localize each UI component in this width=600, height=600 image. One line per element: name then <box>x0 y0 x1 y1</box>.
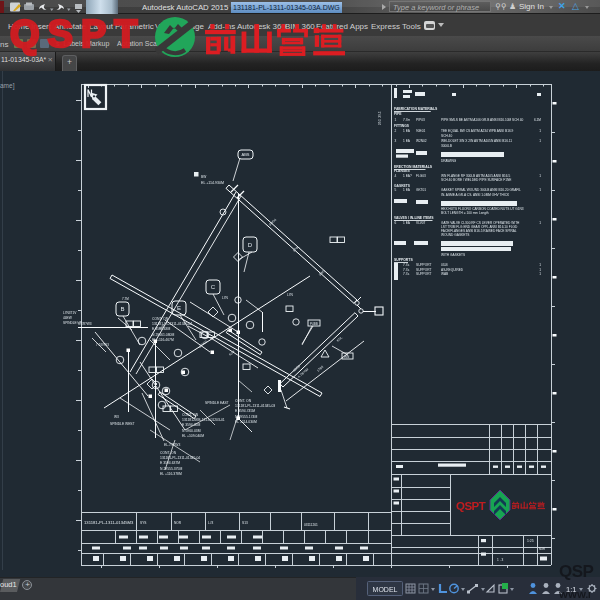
svg-text:MODEL: MODEL <box>373 586 398 593</box>
svg-text:131181-PL-1311-01345-03: 131181-PL-1311-01345-03 <box>235 404 275 408</box>
svg-text:PIPE SMLS BE ASTM A106 GR.B AN: PIPE SMLS BE ASTM A106 GR.B ANSI B16.10M… <box>441 118 523 122</box>
svg-text:39.5 39.5: 39.5 39.5 <box>378 111 382 125</box>
svg-text:131181-PL-1311-01345M3: 131181-PL-1311-01345M3 <box>84 520 134 525</box>
svg-text:SUPPORTS: SUPPORTS <box>394 258 413 262</box>
svg-text:S13: S13 <box>242 521 248 525</box>
svg-text:M3R: M3R <box>539 547 545 551</box>
svg-text:6: 6 <box>395 221 397 225</box>
svg-text:90E01: 90E01 <box>416 129 425 133</box>
svg-text:2: 2 <box>395 129 397 133</box>
svg-text:131181-PL-1311-01345-04: 131181-PL-1311-01345-04 <box>152 322 192 326</box>
svg-text:E 3594.745M: E 3594.745M <box>235 409 255 413</box>
svg-text:FLG03: FLG03 <box>416 174 426 178</box>
svg-text:B: B <box>120 306 124 312</box>
svg-text:SPINDLE EAST: SPINDLE EAST <box>205 401 229 405</box>
svg-text:1: 1 <box>539 221 541 225</box>
svg-text:SPINDLE WEST: SPINDLE WEST <box>110 422 135 426</box>
svg-text:TEE EQUAL BW CS ASTM A234 WPB: TEE EQUAL BW CS ASTM A234 WPB ANSI B16.9 <box>441 129 514 133</box>
svg-text:VLV07: VLV07 <box>416 221 426 225</box>
svg-text:EL +114.930M: EL +114.930M <box>201 181 224 185</box>
svg-text:1 . 3: 1 . 3 <box>497 558 503 562</box>
svg-text:E 3594.63M: E 3594.63M <box>152 327 170 331</box>
svg-text:KDL: KDL <box>336 335 343 342</box>
svg-text:SUPPORT: SUPPORT <box>416 272 431 276</box>
svg-text:L7N: L7N <box>287 293 294 297</box>
svg-text:W3: W3 <box>114 415 119 419</box>
svg-text:3000LB: 3000LB <box>441 144 452 148</box>
svg-text:GKT01: GKT01 <box>416 188 426 192</box>
svg-text:1: 1 <box>539 272 541 276</box>
svg-text:L#3: L#3 <box>208 521 214 525</box>
svg-text:1 EA: 1 EA <box>403 221 411 225</box>
svg-text:SYS: SYS <box>140 521 146 525</box>
svg-text:N 29555.375M: N 29555.375M <box>160 467 182 471</box>
svg-text:GASKET SPIRAL WOUND 300LB ANSI: GASKET SPIRAL WOUND 300LB ANSI B16.20 GR… <box>441 188 521 192</box>
svg-text:SCH 40: SCH 40 <box>441 134 452 138</box>
svg-text:FLANGES: FLANGES <box>394 169 411 173</box>
svg-text:E 3594.637M: E 3594.637M <box>160 461 180 465</box>
svg-text:EL +116.378M: EL +116.378M <box>160 472 182 476</box>
svg-text:VALVES / IN-LINE ITEMS: VALVES / IN-LINE ITEMS <box>394 216 434 220</box>
svg-text:P4BB: P4BB <box>310 322 318 326</box>
svg-text:7.7m: 7.7m <box>403 118 410 122</box>
svg-text:EL +109.040M: EL +109.040M <box>182 434 204 438</box>
svg-text:FABRICATION MATERIALS: FABRICATION MATERIALS <box>394 107 438 111</box>
svg-text:D: D <box>248 242 253 248</box>
svg-text:44EW: 44EW <box>63 316 72 320</box>
svg-text:1: 1 <box>539 263 541 267</box>
svg-text:1 EA: 1 EA <box>403 139 411 143</box>
svg-text:1: 1 <box>539 129 541 133</box>
svg-text:WITH GASKETS: WITH GASKETS <box>441 253 465 257</box>
svg-text:3WD: 3WD <box>318 269 326 277</box>
svg-text:131181-PL-1311-01345-04: 131181-PL-1311-01345-04 <box>160 456 200 460</box>
svg-text:L7N: L7N <box>222 296 229 300</box>
svg-text:SCH 40 BORE / WELDED PIPE SURF: SCH 40 BORE / WELDED PIPE SURFACE F1NE <box>441 178 512 182</box>
svg-text:W2N02: W2N02 <box>416 139 427 143</box>
svg-text:7.7a: 7.7a <box>403 272 409 276</box>
svg-text:1: 1 <box>539 174 541 178</box>
svg-text:EL.7/8?W3: EL.7/8?W3 <box>164 443 180 447</box>
svg-text:SUPPORT: SUPPORT <box>416 263 431 267</box>
svg-text:3: 3 <box>395 139 397 143</box>
svg-text:DRAWING: DRAWING <box>441 159 457 163</box>
svg-text:WELDOLET 3IN X 2IN ASTM A105N: WELDOLET 3IN X 2IN ASTM A105N ANSI B16.1… <box>441 139 512 143</box>
svg-text:N 5960.03M: N 5960.03M <box>182 429 201 433</box>
svg-text:IN. ASME A GR.A CS. ANSI 1.0M: IN. ASME A GR.A CS. ANSI 1.0MM OHV THICK <box>441 193 510 197</box>
svg-text:WOUND GASKETS: WOUND GASKETS <box>441 233 469 237</box>
svg-text:FITTINGS: FITTINGS <box>394 124 410 128</box>
svg-text:6.1M: 6.1M <box>534 118 541 122</box>
svg-text:ABS: ABS <box>241 152 249 157</box>
svg-text:5.7/8?W3: 5.7/8?W3 <box>78 322 92 326</box>
svg-text:3WD4: 3WD4 <box>268 218 277 227</box>
svg-text:WN: WN <box>344 355 350 359</box>
svg-text:BOLT LENGTH = 100 mm Length: BOLT LENGTH = 100 mm Length <box>441 211 489 215</box>
svg-text:1: 1 <box>539 188 541 192</box>
svg-text:1 EA: 1 EA <box>403 129 411 133</box>
svg-text:1: 1 <box>395 118 397 122</box>
svg-text:NOR: NOR <box>174 521 182 525</box>
svg-text:L7N3T1V: L7N3T1V <box>63 311 77 315</box>
svg-text:BW: BW <box>201 175 206 179</box>
svg-text:1 EA: 1 EA <box>403 188 411 192</box>
svg-text:PIP03: PIP03 <box>416 118 425 122</box>
svg-text:WAB: WAB <box>441 272 448 276</box>
svg-text:5: 5 <box>395 188 397 192</box>
svg-text:7.7M: 7.7M <box>122 297 129 301</box>
svg-text:1: 1 <box>539 139 541 143</box>
svg-text:EL +114.030M: EL +114.030M <box>235 420 257 424</box>
svg-text:PIPE: PIPE <box>394 112 402 116</box>
svg-text:CONT. ON: CONT. ON <box>235 399 252 403</box>
svg-text:131181-6KB-1313-01203-01: 131181-6KB-1313-01203-01 <box>182 418 225 422</box>
svg-text:4: 4 <box>395 174 397 178</box>
svg-text:N 29661.080M: N 29661.080M <box>152 333 174 337</box>
svg-text:1 EA?: 1 EA? <box>403 174 412 178</box>
svg-text:7.7a: 7.7a <box>403 263 409 267</box>
svg-text:C: C <box>211 284 216 290</box>
svg-text:E: E <box>177 305 181 311</box>
svg-text:CONT. ON: CONT. ON <box>152 317 169 321</box>
svg-text:QSPT: QSPT <box>456 500 486 512</box>
svg-text:17B6: 17B6 <box>316 365 324 373</box>
svg-text:03-B: 03-B <box>441 263 448 267</box>
svg-text:03111261: 03111261 <box>304 523 318 527</box>
svg-text:CONT. ON: CONT. ON <box>160 451 177 455</box>
